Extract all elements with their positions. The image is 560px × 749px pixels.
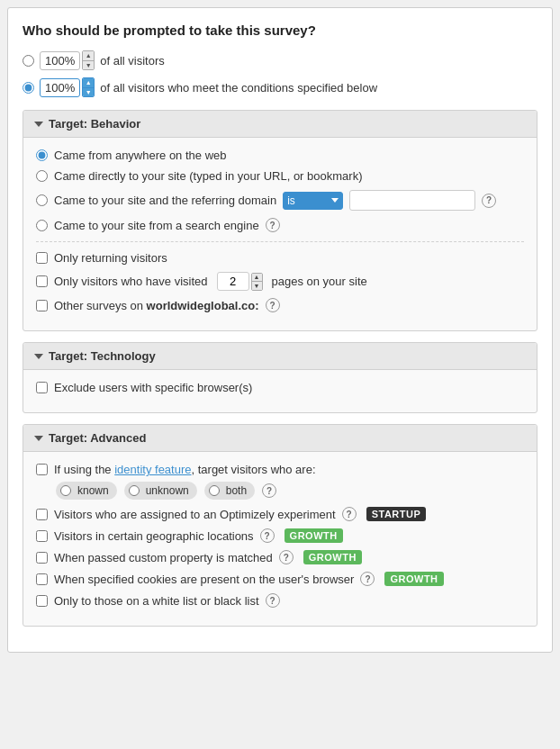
- surveys-domain: worldwideglobal.co:: [147, 299, 259, 312]
- identity-pill-both-label: both: [226, 484, 247, 497]
- advanced-section-body: If using the identity feature, target vi…: [23, 452, 537, 626]
- behavior-referring-select[interactable]: is is not contains: [283, 192, 343, 210]
- advanced-custom-property-text: When passed custom property is matched: [54, 551, 273, 564]
- cookies-badge: GROWTH: [384, 572, 443, 586]
- behavior-section-header[interactable]: Target: Behavior: [23, 111, 537, 138]
- advanced-check-geographic-input[interactable]: [36, 530, 48, 542]
- technology-section-title: Target: Technology: [49, 349, 156, 363]
- behavior-radio-referring-label: Came to your site and the referring doma…: [54, 194, 276, 207]
- behavior-check-visited-text: Only visitors who have visited: [54, 275, 208, 288]
- surveys-help-icon[interactable]: ?: [266, 298, 280, 312]
- visitor-option-1-spinner-up[interactable]: ▲: [83, 51, 94, 61]
- visitor-option-2-spinner-down[interactable]: ▼: [83, 88, 94, 97]
- identity-pill-known[interactable]: known: [56, 482, 117, 500]
- behavior-check-surveys-text: Other surveys on worldwideglobal.co:: [54, 299, 259, 312]
- behavior-check-visited-label: Only visitors who have visited ▲ ▼ pages…: [54, 272, 367, 291]
- identity-radio-known[interactable]: [60, 485, 71, 496]
- cookies-help-icon[interactable]: ?: [360, 572, 375, 586]
- behavior-triangle-icon: [34, 122, 43, 127]
- geographic-badge: GROWTH: [285, 528, 343, 543]
- behavior-check-visited-input[interactable]: [36, 275, 48, 287]
- visitor-option-1-spinner[interactable]: ▲ ▼: [82, 50, 95, 70]
- technology-triangle-icon: [34, 354, 43, 359]
- identity-pill-known-label: known: [77, 484, 109, 497]
- advanced-triangle-icon: [34, 436, 43, 441]
- visitor-option-1-radio[interactable]: [23, 55, 34, 67]
- advanced-check-optimizely: Visitors who are assigned to an Optimize…: [36, 507, 524, 521]
- identity-sub-options: known unknown both ?: [56, 482, 276, 500]
- optimizely-badge: STARTUP: [366, 507, 427, 521]
- behavior-radio-search-input[interactable]: [36, 220, 48, 231]
- behavior-referring-help-icon[interactable]: ?: [482, 194, 496, 208]
- advanced-section: Target: Advanced If using the identity f…: [23, 424, 537, 627]
- behavior-radio-referring: Came to your site and the referring doma…: [36, 190, 524, 211]
- visitor-option-1-row: 100% ▲ ▼ of all visitors: [23, 50, 537, 70]
- visitor-option-2-spinner[interactable]: ▲ ▼: [82, 77, 95, 97]
- advanced-check-cookies-input[interactable]: [36, 573, 48, 585]
- behavior-radio-referring-input[interactable]: [36, 194, 48, 206]
- behavior-check-returning-label: Only returning visitors: [54, 251, 167, 265]
- advanced-section-header[interactable]: Target: Advanced: [23, 425, 537, 452]
- behavior-referring-input[interactable]: [349, 190, 475, 211]
- custom-property-help-icon[interactable]: ?: [279, 550, 294, 564]
- advanced-check-geographic: Visitors in certain geographic locations…: [36, 528, 524, 543]
- technology-check-browser: Exclude users with specific browser(s): [36, 381, 524, 394]
- optimizely-help-icon[interactable]: ?: [342, 507, 357, 521]
- advanced-check-custom-property-input[interactable]: [36, 552, 48, 564]
- visited-spinner-down[interactable]: ▼: [252, 282, 262, 290]
- page-container: Who should be prompted to take this surv…: [7, 7, 553, 653]
- visitor-option-1-spinner-down[interactable]: ▼: [83, 61, 94, 70]
- behavior-section: Target: Behavior Came from anywhere on t…: [23, 110, 537, 331]
- visited-num-spinner[interactable]: ▲ ▼: [251, 273, 263, 291]
- behavior-divider: [36, 241, 524, 242]
- behavior-radio-directly-input[interactable]: [36, 170, 48, 182]
- visitor-option-2-spinner-up[interactable]: ▲: [83, 78, 94, 88]
- advanced-check-whitelist: Only to those on a white list or black l…: [36, 593, 524, 608]
- visited-num-input[interactable]: [217, 272, 249, 291]
- technology-section-body: Exclude users with specific browser(s): [23, 370, 537, 412]
- identity-pill-both[interactable]: both: [204, 482, 255, 500]
- identity-help-icon[interactable]: ?: [262, 483, 276, 498]
- identity-feature-link[interactable]: identity feature: [114, 463, 191, 476]
- behavior-section-body: Came from anywhere on the web Came direc…: [23, 138, 537, 330]
- visitor-option-2-label: of all visitors who meet the conditions …: [100, 81, 377, 95]
- advanced-geographic-text: Visitors in certain geographic locations: [54, 529, 254, 543]
- advanced-optimizely-text: Visitors who are assigned to an Optimize…: [54, 508, 336, 521]
- behavior-radio-search: Came to your site from a search engine ?: [36, 218, 524, 232]
- advanced-section-title: Target: Advanced: [49, 431, 146, 445]
- technology-check-browser-input[interactable]: [36, 382, 48, 393]
- behavior-search-help-icon[interactable]: ?: [266, 218, 280, 232]
- identity-radio-both[interactable]: [209, 485, 220, 496]
- whitelist-help-icon[interactable]: ?: [266, 593, 280, 608]
- identity-pill-unknown-label: unknown: [146, 484, 189, 497]
- technology-section-header[interactable]: Target: Technology: [23, 343, 537, 370]
- behavior-check-surveys-label: Other surveys on worldwideglobal.co: ?: [54, 298, 280, 312]
- behavior-radio-search-label: Came to your site from a search engine: [54, 219, 259, 232]
- behavior-radio-directly: Came directly to your site (typed in you…: [36, 169, 524, 183]
- behavior-radio-anywhere: Came from anywhere on the web: [36, 149, 524, 162]
- advanced-check-whitelist-input[interactable]: [36, 595, 48, 607]
- visitor-option-2-row: 100% ▲ ▼ of all visitors who meet the co…: [23, 77, 537, 97]
- visited-num-wrap: ▲ ▼: [217, 272, 263, 291]
- identity-pill-unknown[interactable]: unknown: [124, 482, 197, 500]
- behavior-radio-anywhere-input[interactable]: [36, 149, 48, 161]
- behavior-check-returning-text: Only returning visitors: [54, 251, 167, 265]
- visitor-option-2-percent-wrap: 100% ▲ ▼: [40, 77, 95, 97]
- technology-check-browser-label: Exclude users with specific browser(s): [54, 381, 252, 394]
- behavior-check-surveys-input[interactable]: [36, 300, 48, 311]
- geographic-help-icon[interactable]: ?: [260, 528, 275, 543]
- visited-suffix: pages on your site: [272, 275, 367, 288]
- visitor-option-2-radio[interactable]: [23, 82, 34, 94]
- behavior-radio-directly-label: Came directly to your site (typed in you…: [54, 169, 362, 183]
- behavior-section-title: Target: Behavior: [49, 117, 140, 131]
- advanced-check-identity-input[interactable]: [36, 464, 48, 475]
- behavior-check-returning-input[interactable]: [36, 252, 48, 264]
- behavior-check-visited: Only visitors who have visited ▲ ▼ pages…: [36, 272, 524, 291]
- visited-spinner-up[interactable]: ▲: [252, 274, 262, 283]
- identity-radio-unknown[interactable]: [129, 485, 140, 496]
- custom-property-badge: GROWTH: [303, 550, 362, 564]
- advanced-check-custom-property: When passed custom property is matched ?…: [36, 550, 524, 564]
- page-title: Who should be prompted to take this surv…: [23, 23, 537, 38]
- advanced-check-optimizely-input[interactable]: [36, 509, 48, 520]
- visitor-option-1-percent: 100%: [40, 51, 80, 70]
